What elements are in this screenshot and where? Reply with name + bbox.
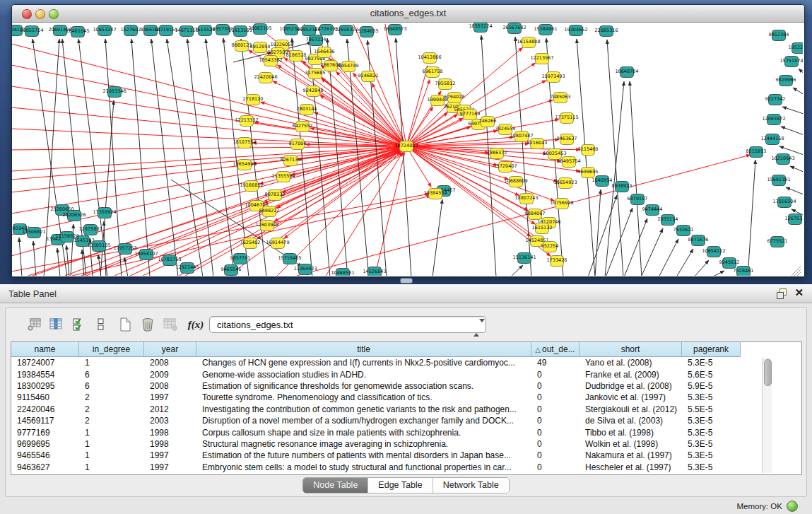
table-vertical-scrollbar[interactable]	[762, 358, 772, 473]
tab-node-table[interactable]: Node Table	[303, 478, 368, 493]
cell-pagerank: 5.3E-5	[682, 358, 741, 368]
cell-pagerank: 5.3E-5	[682, 392, 741, 402]
cell-out_de: 0	[531, 450, 579, 460]
table-row[interactable]: 1938455462009Genome-wide association stu…	[11, 368, 801, 380]
svg-text:9884067: 9884067	[525, 211, 546, 216]
svg-text:12603948: 12603948	[255, 222, 278, 228]
table-row[interactable]: 1872400712008Changes of HCN gene express…	[11, 357, 801, 368]
network-canvas[interactable]: 2606192200557242069140616461045106532871…	[12, 23, 803, 276]
cell-name: 9699695	[11, 439, 79, 449]
cell-title: Estimation of significance thresholds fo…	[196, 381, 531, 391]
network-view-window[interactable]: citations_edges.txt 26061922005572420691…	[11, 4, 805, 277]
cell-year: 1997	[144, 450, 196, 460]
graph-node[interactable]: 952254	[541, 242, 559, 252]
cell-short: Nakamura et al. (1997)	[579, 450, 682, 460]
new-column-icon[interactable]	[116, 315, 134, 334]
svg-text:7986372: 7986372	[487, 150, 507, 156]
graph-node[interactable]: 10468531	[331, 269, 354, 276]
cell-short: Franke et al. (2009)	[579, 370, 682, 380]
cell-pagerank: 5.3E-5	[682, 428, 741, 438]
cell-title: Changes of HCN gene expression and I(f) …	[196, 358, 531, 368]
cell-year: 2008	[144, 381, 196, 391]
column-header-pagerank[interactable]: pagerank	[682, 342, 741, 357]
svg-text:3824554: 3824554	[495, 126, 516, 132]
table-row[interactable]: 946362711997Embryonic stem cells: a mode…	[11, 462, 801, 473]
scrollbar-thumb[interactable]	[764, 359, 772, 386]
function-builder-icon[interactable]: f(x)	[187, 315, 205, 334]
show-column-icon[interactable]	[47, 315, 65, 334]
table-row[interactable]: 1830029562008Estimation of significance …	[11, 380, 801, 392]
svg-text:1952203: 1952203	[789, 45, 803, 50]
table-row[interactable]: 946554611997Estimation of the future num…	[11, 450, 801, 461]
svg-text:9242848: 9242848	[303, 88, 324, 93]
network-graph[interactable]: 2606192200557242069140616461045106532871…	[12, 23, 803, 276]
table-mode-icon[interactable]	[25, 315, 44, 334]
svg-text:2803144: 2803144	[297, 106, 317, 112]
svg-text:17375115: 17375115	[555, 115, 578, 120]
svg-text:6794028: 6794028	[445, 94, 465, 100]
svg-text:8427552: 8427552	[293, 123, 313, 129]
cell-title: Estimation of the future numbers of pati…	[196, 450, 531, 460]
cell-in_degree: 2	[79, 392, 144, 402]
column-header-year[interactable]: year	[144, 342, 196, 357]
tab-network-table[interactable]: Network Table	[433, 478, 509, 493]
svg-text:14526843: 14526843	[363, 269, 386, 274]
svg-text:8878332: 8878332	[265, 192, 286, 197]
table-row[interactable]: 2242004622012Investigating the contribut…	[11, 404, 801, 415]
cell-in_degree: 1	[79, 439, 144, 449]
select-columns-icon[interactable]	[69, 315, 88, 334]
sort-ascending-icon: △	[535, 346, 541, 354]
cell-in_degree: 1	[79, 450, 144, 460]
cell-year: 1997	[144, 462, 196, 472]
svg-text:8471676: 8471676	[688, 237, 709, 243]
memory-status-label: Memory: OK	[736, 502, 782, 510]
table-row[interactable]: 969969511998Structural magnetic resonanc…	[11, 438, 801, 450]
column-header-short[interactable]: short	[579, 342, 682, 357]
float-panel-icon[interactable]	[777, 288, 787, 298]
svg-text:12975887: 12975887	[78, 226, 102, 232]
cell-short: Yano et al. (2008)	[579, 358, 682, 368]
svg-text:952254: 952254	[541, 243, 559, 249]
svg-text:17016504: 17016504	[772, 199, 796, 204]
svg-text:3175685: 3175685	[305, 70, 326, 76]
svg-text:15716485: 15716485	[278, 255, 301, 261]
graph-node[interactable]: 917004	[289, 139, 307, 150]
table-body: 1872400712008Changes of HCN gene express…	[11, 357, 801, 474]
select-spinner-icon	[473, 320, 480, 331]
column-header-name[interactable]: name	[11, 342, 79, 357]
table-row[interactable]: 977716911998Corpus callosum shape and si…	[11, 426, 801, 438]
table-source-value: citations_edges.txt	[217, 320, 293, 330]
cell-title: Investigating the contribution of common…	[196, 404, 531, 414]
column-header-title[interactable]: title	[196, 342, 531, 357]
network-window-titlebar[interactable]: citations_edges.txt	[12, 5, 804, 23]
table-row[interactable]: 1456911722003Disruption of a novel membe…	[11, 415, 801, 426]
table-toolbar: f(x) citations_edges.txt	[13, 315, 797, 336]
svg-text:22420046: 22420046	[254, 74, 277, 80]
svg-text:1546436: 1546436	[314, 49, 335, 54]
svg-text:18495754: 18495754	[557, 158, 580, 164]
cell-out_de: 0	[531, 370, 579, 380]
table-row[interactable]: 911546021997Tourette syndrome. Phenomeno…	[11, 392, 801, 403]
memory-ok-icon	[787, 501, 798, 512]
svg-text:9146821: 9146821	[358, 73, 379, 78]
graph-node[interactable]: 746266	[479, 117, 497, 127]
desktop-background: citations_edges.txt 26061922005572420691…	[0, 0, 812, 284]
svg-text:9465546: 9465546	[221, 267, 242, 272]
close-panel-icon[interactable]: ✕	[794, 286, 804, 299]
svg-text:746266: 746266	[479, 118, 497, 124]
row-mode-icon[interactable]	[92, 315, 110, 334]
delete-column-icon[interactable]	[139, 315, 157, 334]
svg-text:19384554: 19384554	[423, 190, 447, 196]
cell-year: 2008	[144, 358, 196, 368]
table-source-select[interactable]: citations_edges.txt	[209, 316, 486, 333]
svg-text:6879197: 6879197	[628, 196, 648, 201]
delete-table-icon[interactable]	[161, 315, 180, 334]
panel-divider-handle[interactable]	[400, 278, 413, 284]
column-header-out_de[interactable]: △out_de...	[531, 342, 579, 357]
cell-short: Tibbo et al. (1998)	[579, 428, 682, 438]
column-header-in_degree[interactable]: in_degree	[79, 342, 144, 357]
svg-text:6961758: 6961758	[423, 69, 443, 74]
tab-edge-table[interactable]: Edge Table	[368, 478, 433, 493]
svg-text:10543362: 10543362	[259, 57, 282, 63]
cell-title: Structural magnetic resonance image aver…	[196, 439, 531, 449]
